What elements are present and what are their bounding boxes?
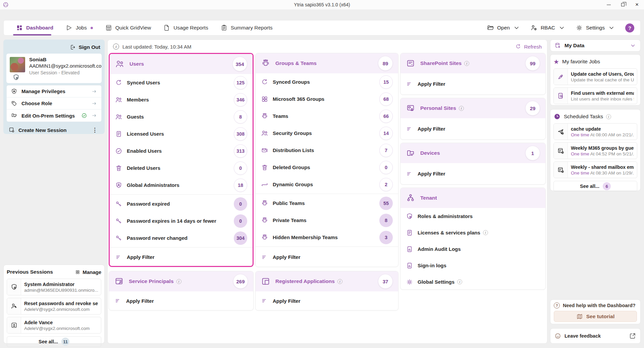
sign-in-logs-link[interactable]: Sign-in logs — [400, 257, 545, 274]
stat-label: Private Teams — [273, 217, 375, 223]
session-item[interactable]: Adele Vance AdeleV@sygx2.onmicrosoft.com — [7, 317, 101, 334]
groups-apply-filter-button[interactable]: Apply Filter — [256, 248, 398, 267]
users-card-header[interactable]: Users 354 — [110, 54, 253, 74]
scheduled-task-item[interactable]: Weekly M365 groups by guest... One time … — [553, 142, 637, 159]
stat-row-m365-groups[interactable]: Microsoft 365 Groups 68 — [256, 90, 398, 108]
admin-audit-logs-link[interactable]: Admin Audit Logs — [400, 241, 545, 257]
personal-sites-apply-filter-button[interactable]: Apply Filter — [400, 118, 545, 139]
stat-badge: 66 — [379, 110, 393, 123]
send-clock-icon — [557, 128, 565, 135]
service-principals-header[interactable]: Service Principalsi 269 — [109, 271, 253, 291]
stat-label: Password never changed — [127, 235, 229, 241]
devices-header[interactable]: Devices 1 — [400, 143, 545, 163]
dynamic-icon — [261, 181, 268, 188]
roles-administrators-link[interactable]: Roles & administrators — [400, 208, 545, 224]
rbac-menu[interactable]: RBAC — [530, 24, 566, 31]
stat-row-licensed-users[interactable]: Licensed Users 308 — [110, 125, 253, 142]
stat-row-synced-groups[interactable]: Synced Groups 15 — [256, 73, 398, 90]
info-icon: i — [464, 61, 469, 66]
tab-dashboard[interactable]: Dashboard — [10, 20, 59, 35]
global-settings-link[interactable]: Global Settingsi — [400, 274, 545, 290]
tab-quick-gridview[interactable]: Quick GridView — [99, 20, 157, 35]
tenant-header[interactable]: Tenant — [400, 188, 545, 208]
stat-row-distribution-lists[interactable]: Distribution Lists 7 — [256, 142, 398, 159]
filter-icon — [114, 297, 122, 304]
registered-apps-count-badge: 37 — [378, 274, 393, 289]
service-principals-apply-filter-button[interactable]: Apply Filter — [109, 291, 253, 310]
stat-row-public-teams[interactable]: Public Teams 55 — [256, 195, 398, 212]
leave-feedback-button[interactable]: Leave feedback — [550, 328, 641, 344]
person-gear-icon — [530, 24, 538, 31]
session-item[interactable]: System Administrator admin@M365EDU890931… — [7, 279, 101, 295]
usage-reports-icon — [163, 24, 170, 31]
stat-row-security-groups[interactable]: Security Groups 14 — [256, 125, 398, 142]
stat-row-synced-users[interactable]: Synced Users 125 — [110, 74, 253, 91]
popout-icon[interactable] — [629, 332, 636, 340]
groups-teams-header[interactable]: Groups & Teams 89 — [256, 53, 398, 73]
stat-row-deleted-groups[interactable]: Deleted Groups 0 — [256, 159, 398, 176]
users-apply-filter-button[interactable]: Apply Filter — [110, 248, 253, 266]
stat-label: Synced Groups — [273, 79, 375, 85]
license-icon — [115, 130, 122, 138]
job-title: Find users with external email ... — [571, 90, 634, 96]
more-options-icon[interactable]: ⋮ — [90, 127, 100, 134]
favorite-job-item[interactable]: Update cache of Users, Groups... Update … — [553, 68, 637, 85]
stat-row-global-administrators[interactable]: Global Administrators 18 — [110, 177, 253, 194]
stat-row-password-expires-14[interactable]: Password expires in 14 days or fewer 0 — [110, 212, 253, 229]
registered-applications-header[interactable]: Registered Applicationsi 37 — [256, 271, 398, 291]
tab-usage-reports[interactable]: Usage Reports — [157, 20, 214, 35]
stat-row-hidden-membership-teams[interactable]: Hidden Membership Teams 3 — [256, 229, 398, 246]
sharepoint-apply-filter-button[interactable]: Apply Filter — [400, 73, 545, 94]
keys-icon — [115, 234, 122, 242]
help-button[interactable]: ? — [625, 23, 634, 32]
refresh-button[interactable]: Refresh — [515, 44, 542, 50]
sharepoint-sites-header[interactable]: SharePoint Sitesi 99 — [400, 53, 545, 73]
card-title: Registered Applications — [275, 278, 335, 284]
my-data-label: My Data — [565, 43, 626, 49]
stat-row-teams[interactable]: Teams 66 — [256, 108, 398, 125]
open-label: Open — [497, 25, 510, 31]
settings-menu[interactable]: Settings — [576, 24, 615, 31]
choose-role-button[interactable]: Choose Role — [7, 97, 101, 110]
task-when: At 04:52 PM on 5/21/... — [589, 151, 634, 156]
licenses-service-plans-link[interactable]: Licenses & services plansi — [400, 224, 545, 241]
session-item[interactable]: Reset passwords and revoke sessi... Adel… — [7, 298, 101, 315]
chevron-down-icon[interactable] — [630, 42, 636, 49]
user-name: SoniaB — [29, 57, 98, 62]
card-title: Groups & Teams — [275, 60, 317, 66]
task-frequency: One time — [571, 151, 589, 156]
create-new-session-button[interactable]: Create New Session ⋮ — [6, 125, 102, 135]
manage-privileges-button[interactable]: Manage Privileges — [7, 85, 101, 97]
scheduled-task-item[interactable]: cache update One time At 08:00 AM on 2/2… — [553, 123, 637, 140]
personal-sites-header[interactable]: Personal Sitesi 29 — [400, 98, 545, 118]
devices-apply-filter-button[interactable]: Apply Filter — [400, 163, 545, 184]
stat-row-enabled-users[interactable]: Enabled Users 313 — [110, 142, 253, 159]
tab-jobs[interactable]: Jobs — [59, 20, 99, 35]
sign-out-button[interactable]: Sign Out — [6, 42, 102, 52]
scheduled-task-item[interactable]: Weekly - shared mailbox email... One tim… — [553, 161, 637, 178]
tab-summary-reports[interactable]: Summary Reports — [214, 20, 279, 35]
favorite-job-item[interactable]: Find users with external email ... List … — [553, 87, 637, 104]
filter-icon — [261, 254, 268, 261]
help-panel: ? Need help with the Dashboard? See tuto… — [550, 299, 641, 324]
stat-row-private-teams[interactable]: Private Teams 8 — [256, 212, 398, 229]
stat-row-dynamic-groups[interactable]: Dynamic Groups 2 — [256, 176, 398, 193]
see-all-tasks-button[interactable]: See all... 6 — [553, 181, 637, 192]
stat-row-password-never-changed[interactable]: Password never changed 304 — [110, 229, 253, 247]
manage-sessions-button[interactable]: Manage — [75, 269, 101, 275]
see-tutorial-button[interactable]: See tutorial — [554, 311, 637, 322]
leave-feedback-label: Leave feedback — [565, 333, 626, 339]
registered-apps-apply-filter-button[interactable]: Apply Filter — [256, 291, 398, 310]
see-all-sessions-button[interactable]: See all... 11 — [7, 336, 101, 347]
session-name: Reset passwords and revoke sessi... — [24, 301, 98, 306]
open-menu[interactable]: Open — [487, 24, 520, 31]
stat-row-deleted-users[interactable]: Deleted Users 0 — [110, 159, 253, 177]
edit-onprem-settings-button[interactable]: Edit On-Prem Settings — [7, 110, 101, 122]
my-data-header[interactable]: My Data — [550, 40, 641, 52]
arrow-right-icon — [91, 100, 97, 107]
stat-row-guests[interactable]: Guests 8 — [110, 108, 253, 125]
stat-row-password-expired[interactable]: Password expired 0 — [110, 195, 253, 212]
stat-row-members[interactable]: Members 346 — [110, 91, 253, 108]
stat-label: Synced Users — [127, 80, 229, 85]
see-tutorial-label: See tutorial — [586, 314, 614, 320]
